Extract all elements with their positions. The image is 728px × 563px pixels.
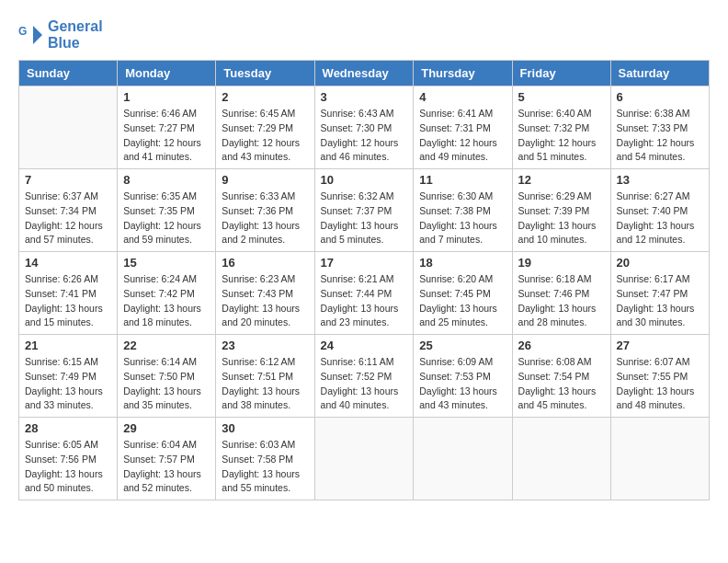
day-cell: 5Sunrise: 6:40 AMSunset: 7:32 PMDaylight… <box>512 86 610 169</box>
day-cell: 4Sunrise: 6:41 AMSunset: 7:31 PMDaylight… <box>414 86 512 169</box>
day-cell: 14Sunrise: 6:26 AMSunset: 7:41 PMDayligh… <box>19 252 118 335</box>
day-number: 29 <box>123 421 210 435</box>
day-info: Sunrise: 6:41 AMSunset: 7:31 PMDaylight:… <box>419 107 506 165</box>
day-number: 13 <box>617 173 703 187</box>
day-cell: 29Sunrise: 6:04 AMSunset: 7:57 PMDayligh… <box>118 418 216 500</box>
day-number: 24 <box>321 339 408 352</box>
day-number: 18 <box>419 256 506 270</box>
day-header-wednesday: Wednesday <box>314 61 414 86</box>
day-number: 11 <box>419 173 506 187</box>
day-cell: 22Sunrise: 6:14 AMSunset: 7:50 PMDayligh… <box>118 335 216 418</box>
logo-icon: G <box>18 22 44 48</box>
day-info: Sunrise: 6:17 AMSunset: 7:47 PMDaylight:… <box>617 272 703 330</box>
day-cell: 9Sunrise: 6:33 AMSunset: 7:36 PMDaylight… <box>216 169 314 252</box>
day-info: Sunrise: 6:40 AMSunset: 7:32 PMDaylight:… <box>518 107 605 165</box>
day-cell <box>19 86 118 169</box>
day-cell: 11Sunrise: 6:30 AMSunset: 7:38 PMDayligh… <box>414 169 512 252</box>
day-cell: 23Sunrise: 6:12 AMSunset: 7:51 PMDayligh… <box>216 335 314 418</box>
day-cell: 7Sunrise: 6:37 AMSunset: 7:34 PMDaylight… <box>19 169 118 252</box>
day-info: Sunrise: 6:45 AMSunset: 7:29 PMDaylight:… <box>222 107 308 165</box>
day-info: Sunrise: 6:32 AMSunset: 7:37 PMDaylight:… <box>321 190 408 247</box>
day-info: Sunrise: 6:35 AMSunset: 7:35 PMDaylight:… <box>123 190 210 247</box>
day-number: 8 <box>123 173 210 187</box>
header: G General Blue <box>18 18 710 51</box>
logo: G General Blue <box>18 18 103 51</box>
day-info: Sunrise: 6:29 AMSunset: 7:39 PMDaylight:… <box>518 190 605 247</box>
day-cell: 24Sunrise: 6:11 AMSunset: 7:52 PMDayligh… <box>314 335 414 418</box>
day-cell: 19Sunrise: 6:18 AMSunset: 7:46 PMDayligh… <box>512 252 610 335</box>
calendar-body: 1Sunrise: 6:46 AMSunset: 7:27 PMDaylight… <box>19 86 710 500</box>
day-number: 2 <box>222 90 308 104</box>
day-number: 1 <box>123 90 210 104</box>
day-number: 19 <box>518 256 605 270</box>
day-info: Sunrise: 6:14 AMSunset: 7:50 PMDaylight:… <box>123 355 210 413</box>
day-number: 4 <box>419 90 506 104</box>
day-info: Sunrise: 6:09 AMSunset: 7:53 PMDaylight:… <box>419 355 506 413</box>
day-info: Sunrise: 6:23 AMSunset: 7:43 PMDaylight:… <box>222 272 308 330</box>
day-number: 6 <box>617 90 703 104</box>
day-cell: 15Sunrise: 6:24 AMSunset: 7:42 PMDayligh… <box>118 252 216 335</box>
week-row-3: 14Sunrise: 6:26 AMSunset: 7:41 PMDayligh… <box>19 252 710 335</box>
day-info: Sunrise: 6:11 AMSunset: 7:52 PMDaylight:… <box>321 355 408 413</box>
day-number: 7 <box>25 173 111 187</box>
day-cell: 26Sunrise: 6:08 AMSunset: 7:54 PMDayligh… <box>512 335 610 418</box>
calendar: SundayMondayTuesdayWednesdayThursdayFrid… <box>18 60 710 500</box>
day-number: 20 <box>617 256 703 270</box>
day-number: 9 <box>222 173 308 187</box>
day-header-thursday: Thursday <box>414 61 512 86</box>
day-number: 25 <box>419 339 506 352</box>
week-row-1: 1Sunrise: 6:46 AMSunset: 7:27 PMDaylight… <box>19 86 710 169</box>
day-info: Sunrise: 6:26 AMSunset: 7:41 PMDaylight:… <box>25 272 111 330</box>
days-header: SundayMondayTuesdayWednesdayThursdayFrid… <box>19 61 710 86</box>
day-number: 28 <box>25 421 111 435</box>
day-cell: 10Sunrise: 6:32 AMSunset: 7:37 PMDayligh… <box>314 169 414 252</box>
week-row-5: 28Sunrise: 6:05 AMSunset: 7:56 PMDayligh… <box>19 418 710 500</box>
day-info: Sunrise: 6:04 AMSunset: 7:57 PMDaylight:… <box>123 438 210 496</box>
day-number: 27 <box>617 339 703 352</box>
day-cell: 17Sunrise: 6:21 AMSunset: 7:44 PMDayligh… <box>314 252 414 335</box>
day-info: Sunrise: 6:27 AMSunset: 7:40 PMDaylight:… <box>617 190 703 247</box>
day-number: 3 <box>321 90 408 104</box>
day-info: Sunrise: 6:37 AMSunset: 7:34 PMDaylight:… <box>25 190 111 247</box>
day-cell: 16Sunrise: 6:23 AMSunset: 7:43 PMDayligh… <box>216 252 314 335</box>
day-cell: 18Sunrise: 6:20 AMSunset: 7:45 PMDayligh… <box>414 252 512 335</box>
day-header-saturday: Saturday <box>610 61 709 86</box>
day-cell <box>610 418 709 500</box>
day-info: Sunrise: 6:21 AMSunset: 7:44 PMDaylight:… <box>321 272 408 330</box>
day-number: 12 <box>518 173 605 187</box>
day-cell <box>512 418 610 500</box>
day-info: Sunrise: 6:07 AMSunset: 7:55 PMDaylight:… <box>617 355 703 413</box>
day-cell: 28Sunrise: 6:05 AMSunset: 7:56 PMDayligh… <box>19 418 118 500</box>
day-cell: 20Sunrise: 6:17 AMSunset: 7:47 PMDayligh… <box>610 252 709 335</box>
day-cell: 27Sunrise: 6:07 AMSunset: 7:55 PMDayligh… <box>610 335 709 418</box>
day-info: Sunrise: 6:38 AMSunset: 7:33 PMDaylight:… <box>617 107 703 165</box>
day-info: Sunrise: 6:33 AMSunset: 7:36 PMDaylight:… <box>222 190 308 247</box>
day-cell: 1Sunrise: 6:46 AMSunset: 7:27 PMDaylight… <box>118 86 216 169</box>
day-number: 26 <box>518 339 605 352</box>
day-header-friday: Friday <box>512 61 610 86</box>
day-number: 14 <box>25 256 111 270</box>
day-info: Sunrise: 6:43 AMSunset: 7:30 PMDaylight:… <box>321 107 408 165</box>
day-info: Sunrise: 6:12 AMSunset: 7:51 PMDaylight:… <box>222 355 308 413</box>
week-row-4: 21Sunrise: 6:15 AMSunset: 7:49 PMDayligh… <box>19 335 710 418</box>
day-cell: 12Sunrise: 6:29 AMSunset: 7:39 PMDayligh… <box>512 169 610 252</box>
day-cell <box>314 418 414 500</box>
day-number: 30 <box>222 421 308 435</box>
day-number: 23 <box>222 339 308 352</box>
day-cell: 6Sunrise: 6:38 AMSunset: 7:33 PMDaylight… <box>610 86 709 169</box>
day-cell: 30Sunrise: 6:03 AMSunset: 7:58 PMDayligh… <box>216 418 314 500</box>
svg-marker-1 <box>33 26 42 44</box>
logo-line1: General <box>48 18 103 35</box>
logo-line2: Blue <box>48 35 103 52</box>
day-number: 22 <box>123 339 210 352</box>
week-row-2: 7Sunrise: 6:37 AMSunset: 7:34 PMDaylight… <box>19 169 710 252</box>
day-info: Sunrise: 6:05 AMSunset: 7:56 PMDaylight:… <box>25 438 111 496</box>
day-header-monday: Monday <box>118 61 216 86</box>
day-cell <box>414 418 512 500</box>
day-cell: 25Sunrise: 6:09 AMSunset: 7:53 PMDayligh… <box>414 335 512 418</box>
day-cell: 8Sunrise: 6:35 AMSunset: 7:35 PMDaylight… <box>118 169 216 252</box>
day-info: Sunrise: 6:30 AMSunset: 7:38 PMDaylight:… <box>419 190 506 247</box>
day-number: 15 <box>123 256 210 270</box>
day-number: 16 <box>222 256 308 270</box>
day-number: 10 <box>321 173 408 187</box>
